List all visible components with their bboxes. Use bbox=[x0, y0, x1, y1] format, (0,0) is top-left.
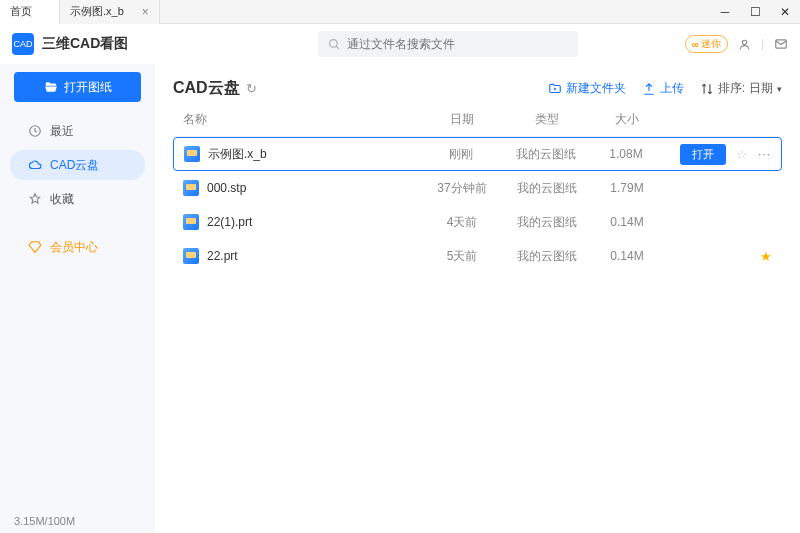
svg-point-0 bbox=[330, 39, 338, 47]
page-actions: 新建文件夹 上传 排序: 日期 ▾ bbox=[548, 80, 782, 97]
sidebar-item-recent[interactable]: 最近 bbox=[10, 116, 145, 146]
divider: | bbox=[761, 37, 764, 51]
table-row[interactable]: 000.stp37分钟前我的云图纸1.79M bbox=[173, 171, 782, 205]
action-label: 新建文件夹 bbox=[566, 80, 626, 97]
table-row[interactable]: 示例图.x_b刚刚我的云图纸1.08M打开☆··· bbox=[173, 137, 782, 171]
file-name-cell: 22(1).prt bbox=[183, 214, 422, 230]
app-body: 打开图纸 最近 CAD云盘 收藏 会员中心 3.15M/100M CAD云盘 ↻ bbox=[0, 64, 800, 533]
file-name: 22(1).prt bbox=[207, 215, 252, 229]
file-size: 0.14M bbox=[592, 215, 662, 229]
sidebar-item-label: CAD云盘 bbox=[50, 157, 99, 174]
tab-file[interactable]: 示例图.x_b × bbox=[60, 0, 160, 24]
col-type: 类型 bbox=[502, 111, 592, 128]
sort-prefix: 排序: bbox=[718, 80, 745, 97]
file-date: 5天前 bbox=[422, 248, 502, 265]
folder-plus-icon bbox=[548, 82, 562, 96]
file-date: 4天前 bbox=[422, 214, 502, 231]
column-headers: 名称 日期 类型 大小 bbox=[173, 107, 782, 137]
svg-line-1 bbox=[336, 46, 339, 49]
star-icon bbox=[28, 192, 42, 206]
file-name: 22.prt bbox=[207, 249, 238, 263]
minimize-button[interactable]: ─ bbox=[710, 0, 740, 24]
svg-point-2 bbox=[742, 40, 746, 44]
diamond-icon bbox=[28, 240, 42, 254]
file-size: 1.79M bbox=[592, 181, 662, 195]
file-icon bbox=[184, 146, 200, 162]
more-icon[interactable]: ··· bbox=[758, 147, 771, 161]
sort-button[interactable]: 排序: 日期 ▾ bbox=[700, 80, 782, 97]
mini-label: 迷你 bbox=[701, 37, 721, 51]
file-date: 37分钟前 bbox=[422, 180, 502, 197]
file-name-cell: 000.stp bbox=[183, 180, 422, 196]
upload-button[interactable]: 上传 bbox=[642, 80, 684, 97]
row-actions: 打开☆··· bbox=[661, 144, 771, 165]
file-size: 0.14M bbox=[592, 249, 662, 263]
col-actions bbox=[662, 111, 772, 128]
new-folder-button[interactable]: 新建文件夹 bbox=[548, 80, 626, 97]
file-type: 我的云图纸 bbox=[502, 248, 592, 265]
chevron-down-icon: ▾ bbox=[777, 84, 782, 94]
file-name-cell: 22.prt bbox=[183, 248, 422, 264]
file-date: 刚刚 bbox=[421, 146, 501, 163]
file-name-cell: 示例图.x_b bbox=[184, 146, 421, 163]
maximize-button[interactable]: ☐ bbox=[740, 0, 770, 24]
folder-open-icon bbox=[44, 80, 58, 94]
mini-icon: ∞ bbox=[692, 39, 699, 50]
close-icon[interactable]: × bbox=[142, 5, 149, 19]
refresh-icon[interactable]: ↻ bbox=[246, 81, 257, 96]
row-actions: ★ bbox=[662, 249, 772, 264]
window-controls: ─ ☐ ✕ bbox=[710, 0, 800, 24]
sidebar-item-label: 收藏 bbox=[50, 191, 74, 208]
open-file-button[interactable]: 打开 bbox=[680, 144, 726, 165]
open-drawing-button[interactable]: 打开图纸 bbox=[14, 72, 141, 102]
col-date: 日期 bbox=[422, 111, 502, 128]
mini-badge[interactable]: ∞ 迷你 bbox=[685, 35, 728, 53]
sidebar-item-favorites[interactable]: 收藏 bbox=[10, 184, 145, 214]
tab-label: 首页 bbox=[10, 4, 32, 19]
star-icon[interactable]: ★ bbox=[760, 249, 772, 264]
user-icon[interactable] bbox=[738, 38, 751, 51]
sidebar-item-label: 最近 bbox=[50, 123, 74, 140]
storage-status: 3.15M/100M bbox=[0, 509, 155, 533]
file-type: 我的云图纸 bbox=[502, 214, 592, 231]
main-panel: CAD云盘 ↻ 新建文件夹 上传 排序: 日期 ▾ bbox=[155, 64, 800, 533]
header-right: ∞ 迷你 | bbox=[685, 35, 788, 53]
titlebar: 首页 示例图.x_b × ─ ☐ ✕ bbox=[0, 0, 800, 24]
mail-icon[interactable] bbox=[774, 37, 788, 51]
action-label: 上传 bbox=[660, 80, 684, 97]
sidebar-item-cloud[interactable]: CAD云盘 bbox=[10, 150, 145, 180]
search-box[interactable] bbox=[318, 31, 578, 57]
file-name: 000.stp bbox=[207, 181, 246, 195]
sidebar: 打开图纸 最近 CAD云盘 收藏 会员中心 3.15M/100M bbox=[0, 64, 155, 533]
app-title: 三维CAD看图 bbox=[42, 35, 128, 53]
sort-icon bbox=[700, 82, 714, 96]
page-title: CAD云盘 bbox=[173, 78, 240, 99]
file-type: 我的云图纸 bbox=[501, 146, 591, 163]
sidebar-item-vip[interactable]: 会员中心 bbox=[10, 232, 145, 262]
table-row[interactable]: 22(1).prt4天前我的云图纸0.14M bbox=[173, 205, 782, 239]
sort-value: 日期 bbox=[749, 80, 773, 97]
file-list: 示例图.x_b刚刚我的云图纸1.08M打开☆···000.stp37分钟前我的云… bbox=[173, 137, 782, 273]
col-name: 名称 bbox=[183, 111, 422, 128]
file-icon bbox=[183, 214, 199, 230]
search-icon bbox=[328, 38, 341, 51]
tab-label: 示例图.x_b bbox=[70, 4, 124, 19]
col-size: 大小 bbox=[592, 111, 662, 128]
app-header: CAD 三维CAD看图 ∞ 迷你 | bbox=[0, 24, 800, 64]
app-logo-icon: CAD bbox=[12, 33, 34, 55]
file-type: 我的云图纸 bbox=[502, 180, 592, 197]
close-button[interactable]: ✕ bbox=[770, 0, 800, 24]
star-icon[interactable]: ☆ bbox=[736, 147, 748, 162]
search-input[interactable] bbox=[347, 37, 568, 51]
page-header: CAD云盘 ↻ 新建文件夹 上传 排序: 日期 ▾ bbox=[173, 78, 782, 99]
file-size: 1.08M bbox=[591, 147, 661, 161]
tab-home[interactable]: 首页 bbox=[0, 0, 60, 24]
clock-icon bbox=[28, 124, 42, 138]
cloud-icon bbox=[28, 158, 42, 172]
open-drawing-label: 打开图纸 bbox=[64, 79, 112, 96]
file-icon bbox=[183, 248, 199, 264]
sidebar-item-label: 会员中心 bbox=[50, 239, 98, 256]
table-row[interactable]: 22.prt5天前我的云图纸0.14M★ bbox=[173, 239, 782, 273]
file-name: 示例图.x_b bbox=[208, 146, 267, 163]
file-icon bbox=[183, 180, 199, 196]
